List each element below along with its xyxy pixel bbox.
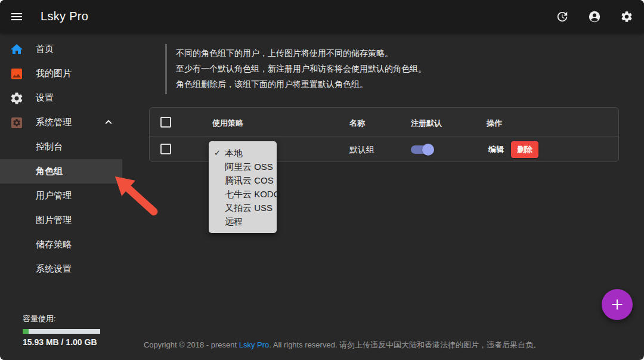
group-name-cell: 默认组 xyxy=(349,145,374,156)
dropdown-option-upyun-uss[interactable]: 又拍云 USS xyxy=(209,201,277,215)
sidebar-item-label: 图片管理 xyxy=(36,215,72,226)
dropdown-option-label: 阿里云 OSS xyxy=(225,162,273,172)
app-title: Lsky Pro xyxy=(41,10,88,23)
update-icon[interactable] xyxy=(556,10,569,23)
chevron-up-icon xyxy=(102,116,115,129)
column-header-name: 名称 xyxy=(349,118,365,129)
table-header: 使用策略 名称 注册默认 操作 xyxy=(150,108,618,136)
sidebar-item-label: 储存策略 xyxy=(36,239,72,250)
sidebar-item-label: 首页 xyxy=(36,44,54,55)
dropdown-option-label: 远程 xyxy=(225,216,243,226)
dropdown-option-label: 又拍云 USS xyxy=(225,203,273,213)
sidebar-item-console[interactable]: 控制台 xyxy=(0,135,122,159)
sidebar-item-system-settings[interactable]: 系统设置 xyxy=(0,257,122,281)
images-icon xyxy=(10,67,24,81)
footer-notice: . All rights reserved. 请勿上传违反中国大陆和香港法律的图… xyxy=(269,340,541,349)
capacity-usage: 容量使用: 15.93 MB / 1.00 GB xyxy=(23,314,106,347)
sidebar-item-settings[interactable]: 设置 xyxy=(0,86,122,110)
sidebar-item-home[interactable]: 首页 xyxy=(0,37,122,61)
add-role-group-fab[interactable] xyxy=(602,289,633,320)
home-icon xyxy=(10,42,24,57)
notice-line: 不同的角色组下的用户，上传图片将使用不同的储存策略。 xyxy=(176,45,426,61)
footer-copyright: Copyright © 2018 - present xyxy=(144,340,239,349)
edit-button[interactable]: 编辑 xyxy=(488,144,504,155)
register-default-toggle[interactable] xyxy=(411,145,432,154)
sidebar-item-label: 系统设置 xyxy=(36,263,72,275)
delete-button[interactable]: 删除 xyxy=(511,141,538,158)
dropdown-option-label: 腾讯云 COS xyxy=(225,175,274,185)
capacity-progress-fill xyxy=(23,329,29,334)
dropdown-option-remote[interactable]: 远程 xyxy=(209,215,277,228)
sidebar-item-my-images[interactable]: 我的图片 xyxy=(0,61,122,86)
sidebar: 首页 我的图片 设置 xyxy=(0,33,122,360)
sidebar-item-label: 设置 xyxy=(36,92,54,104)
storage-strategy-dropdown: ✓ 本地 阿里云 OSS 腾讯云 COS 七牛云 KODO 又拍云 USS 远程 xyxy=(209,141,277,233)
sidebar-item-image-management[interactable]: 图片管理 xyxy=(0,208,122,232)
dropdown-option-label: 本地 xyxy=(225,148,243,158)
dropdown-option-label: 七牛云 KODO xyxy=(225,189,280,199)
check-icon: ✓ xyxy=(214,146,221,160)
topbar-actions xyxy=(556,0,633,33)
plus-icon xyxy=(609,297,625,312)
sidebar-item-role-groups[interactable]: 角色组 xyxy=(0,159,122,184)
row-checkbox[interactable] xyxy=(160,144,171,154)
dropdown-option-tencent-cos[interactable]: 腾讯云 COS xyxy=(209,173,277,187)
notice-line: 角色组删除后，该组下面的用户将重置默认角色组。 xyxy=(176,76,426,92)
toggle-thumb xyxy=(422,144,434,156)
column-header-actions: 操作 xyxy=(487,118,502,129)
sidebar-item-storage-policy[interactable]: 储存策略 xyxy=(0,232,122,257)
dropdown-option-local[interactable]: ✓ 本地 xyxy=(209,146,277,160)
notice-line: 至少有一个默认角色组，新注册用户和访客将会使用默认的角色组。 xyxy=(176,61,426,76)
top-bar: Lsky Pro xyxy=(0,0,644,33)
select-all-checkbox[interactable] xyxy=(160,117,171,128)
footer-link[interactable]: Lsky Pro xyxy=(239,340,270,349)
capacity-text: 15.93 MB / 1.00 GB xyxy=(23,337,106,347)
dropdown-option-qiniu-kodo[interactable]: 七牛云 KODO xyxy=(209,187,277,201)
dropdown-option-aliyun-oss[interactable]: 阿里云 OSS xyxy=(209,160,277,173)
menu-icon[interactable] xyxy=(10,10,24,24)
sidebar-item-label: 我的图片 xyxy=(36,68,72,79)
sidebar-item-system-admin[interactable]: 系统管理 xyxy=(0,110,122,135)
footer: Copyright © 2018 - present Lsky Pro. All… xyxy=(41,340,644,350)
column-header-strategy: 使用策略 xyxy=(212,118,243,129)
sidebar-item-user-management[interactable]: 用户管理 xyxy=(0,184,122,208)
sidebar-item-label: 系统管理 xyxy=(36,117,72,128)
gear-icon xyxy=(10,91,24,105)
role-group-notice: 不同的角色组下的用户，上传图片将使用不同的储存策略。 至少有一个默认角色组，新注… xyxy=(165,44,426,94)
app-window: Lsky Pro 首页 xyxy=(0,0,644,360)
settings-icon[interactable] xyxy=(620,10,633,23)
system-admin-icon xyxy=(10,116,24,130)
capacity-progress-bar xyxy=(23,329,100,334)
sidebar-item-label: 角色组 xyxy=(36,166,63,177)
capacity-label: 容量使用: xyxy=(23,314,106,324)
sidebar-item-label: 控制台 xyxy=(36,141,63,153)
account-icon[interactable] xyxy=(588,10,601,23)
column-header-register-default: 注册默认 xyxy=(411,118,442,129)
sidebar-item-label: 用户管理 xyxy=(36,190,72,201)
